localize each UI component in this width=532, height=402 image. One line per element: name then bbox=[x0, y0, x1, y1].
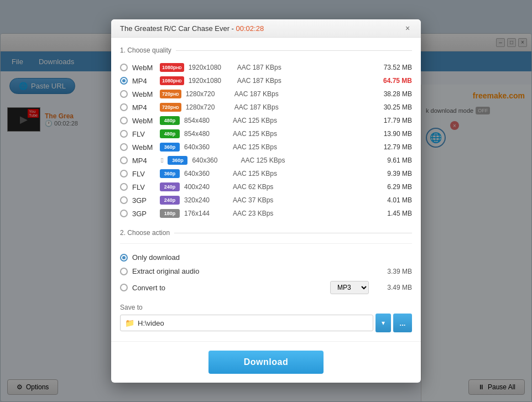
quality-badge: 480p bbox=[160, 129, 180, 138]
audio-info: AAC 125 KBps bbox=[233, 130, 369, 138]
quality-row[interactable]: 3GP 240p 320x240 AAC 37 KBps 4.01 MB bbox=[120, 194, 412, 207]
quality-radio[interactable] bbox=[120, 130, 128, 138]
quality-row[interactable]: 3GP 180p 176x144 AAC 23 KBps 1.45 MB bbox=[120, 207, 412, 220]
action-row[interactable]: Convert to MP3MP4AVIWMVMKV 3.49 MB bbox=[120, 278, 412, 297]
format-name: FLV bbox=[132, 170, 155, 178]
resolution: 640x360 bbox=[184, 170, 228, 177]
quality-badge: 1080pHD bbox=[160, 63, 184, 72]
download-button[interactable]: Download bbox=[208, 351, 324, 374]
action-row[interactable]: Extract original audio 3.39 MB bbox=[120, 264, 412, 278]
audio-info: AAC 125 KBps bbox=[233, 117, 369, 124]
audio-info: AAC 187 KBps bbox=[234, 90, 369, 98]
modal-footer: Download bbox=[111, 341, 421, 383]
format-name: MP4 bbox=[132, 156, 155, 165]
file-size: 64.75 MB bbox=[373, 77, 412, 85]
quality-section-divider bbox=[176, 50, 412, 51]
format-name: 3GP bbox=[132, 210, 155, 218]
quality-row[interactable]: WebM 1080pHD 1920x1080 AAC 187 KBps 73.5… bbox=[120, 61, 412, 74]
quality-badge: 360p bbox=[160, 143, 180, 152]
action-radio[interactable] bbox=[120, 254, 128, 262]
quality-section-label: 1. Choose quality bbox=[120, 46, 171, 54]
format-name: MP4 bbox=[132, 103, 155, 112]
folder-icon: 📁 bbox=[125, 319, 134, 327]
resolution: 854x480 bbox=[184, 130, 228, 138]
quality-row[interactable]: FLV 360p 640x360 AAC 125 KBps 9.39 MB bbox=[120, 167, 412, 180]
file-size: 6.29 MB bbox=[373, 183, 412, 191]
quality-badge: 240p bbox=[160, 182, 180, 191]
action-label: Extract original audio bbox=[132, 267, 369, 275]
resolution: 640x360 bbox=[192, 156, 236, 164]
action-section-label: 2. Choose action bbox=[120, 229, 170, 237]
quality-radio[interactable] bbox=[120, 103, 128, 111]
quality-row[interactable]: MP4 720pHD 1280x720 AAC 187 KBps 30.25 M… bbox=[120, 101, 412, 114]
audio-info: AAC 187 KBps bbox=[237, 77, 369, 85]
format-name: MP4 bbox=[132, 77, 155, 85]
quality-radio[interactable] bbox=[120, 64, 128, 71]
save-to-path: H:\video bbox=[138, 319, 164, 327]
save-to-input[interactable]: 📁 H:\video bbox=[120, 315, 373, 331]
file-size: 13.90 MB bbox=[373, 130, 412, 138]
quality-row[interactable]: WebM 720pHD 1280x720 AAC 187 KBps 38.28 … bbox=[120, 87, 412, 101]
convert-format-select[interactable]: MP3MP4AVIWMVMKV bbox=[330, 281, 369, 294]
quality-row[interactable]: FLV 240p 400x240 AAC 62 KBps 6.29 MB bbox=[120, 180, 412, 194]
action-section-header: 2. Choose action bbox=[120, 229, 412, 237]
apple-icon:  bbox=[161, 156, 163, 164]
quality-row[interactable]: MP4  360p 640x360 AAC 125 KBps 9.61 MB bbox=[120, 154, 412, 167]
quality-badge: 180p bbox=[160, 209, 180, 218]
action-section-divider bbox=[174, 233, 412, 233]
quality-radio[interactable] bbox=[120, 210, 128, 217]
file-size: 9.39 MB bbox=[373, 170, 412, 177]
format-name: 3GP bbox=[132, 196, 155, 205]
file-size: 1.45 MB bbox=[373, 210, 412, 217]
quality-radio[interactable] bbox=[120, 196, 128, 204]
quality-radio[interactable] bbox=[120, 143, 128, 151]
quality-radio[interactable] bbox=[120, 183, 128, 191]
quality-badge: 360p bbox=[160, 169, 180, 178]
quality-badge: 720pHD bbox=[160, 90, 181, 98]
resolution: 1280x720 bbox=[186, 90, 230, 98]
quality-section-header: 1. Choose quality bbox=[120, 46, 412, 54]
format-name: WebM bbox=[132, 64, 155, 72]
resolution: 1920x1080 bbox=[189, 64, 233, 71]
modal-title: The Greatest R/C Car Chase Ever - 00:02:… bbox=[120, 24, 264, 33]
quality-options-table: WebM 1080pHD 1920x1080 AAC 187 KBps 73.5… bbox=[120, 61, 412, 220]
resolution: 176x144 bbox=[184, 210, 228, 217]
action-options: Only download Extract original audio 3.3… bbox=[120, 243, 412, 297]
quality-row[interactable]: WebM 360p 640x360 AAC 125 KBps 12.79 MB bbox=[120, 140, 412, 154]
modal-close-button[interactable]: × bbox=[403, 24, 412, 33]
file-size: 12.79 MB bbox=[373, 143, 412, 151]
action-label: Only download bbox=[132, 253, 369, 262]
save-to-dropdown-button[interactable]: ▾ bbox=[375, 314, 391, 332]
file-size: 73.52 MB bbox=[373, 64, 412, 71]
quality-row[interactable]: WebM 480p 854x480 AAC 125 KBps 17.79 MB bbox=[120, 114, 412, 127]
format-name: FLV bbox=[132, 183, 155, 191]
action-radio[interactable] bbox=[120, 268, 128, 275]
modal-overlay: The Greatest R/C Car Chase Ever - 00:02:… bbox=[0, 0, 532, 402]
action-size: 3.39 MB bbox=[373, 268, 412, 275]
quality-row[interactable]: FLV 480p 854x480 AAC 125 KBps 13.90 MB bbox=[120, 127, 412, 140]
audio-info: AAC 125 KBps bbox=[233, 170, 369, 177]
save-to-label: Save to bbox=[120, 304, 412, 311]
quality-radio[interactable] bbox=[120, 170, 128, 177]
resolution: 1920x1080 bbox=[189, 77, 233, 85]
audio-info: AAC 187 KBps bbox=[234, 103, 369, 111]
quality-radio[interactable] bbox=[120, 117, 128, 124]
resolution: 1280x720 bbox=[186, 103, 230, 111]
action-row[interactable]: Only download bbox=[120, 250, 412, 264]
quality-badge: 720pHD bbox=[160, 103, 181, 112]
format-name: FLV bbox=[132, 130, 155, 138]
action-radio[interactable] bbox=[120, 284, 128, 291]
file-size: 9.61 MB bbox=[373, 156, 412, 164]
save-to-browse-button[interactable]: ... bbox=[393, 314, 412, 332]
quality-row[interactable]: MP4 1080pHD 1920x1080 AAC 187 KBps 64.75… bbox=[120, 74, 412, 87]
format-name: WebM bbox=[132, 143, 155, 152]
resolution: 400x240 bbox=[184, 183, 228, 191]
quality-badge: 360p bbox=[168, 156, 187, 165]
quality-radio[interactable] bbox=[120, 77, 128, 85]
resolution: 320x240 bbox=[184, 196, 228, 204]
quality-radio[interactable] bbox=[120, 90, 128, 98]
quality-badge: 1080pHD bbox=[160, 76, 184, 85]
file-size: 30.25 MB bbox=[373, 103, 412, 111]
quality-radio[interactable] bbox=[120, 156, 128, 164]
quality-badge: 240p bbox=[160, 196, 180, 205]
